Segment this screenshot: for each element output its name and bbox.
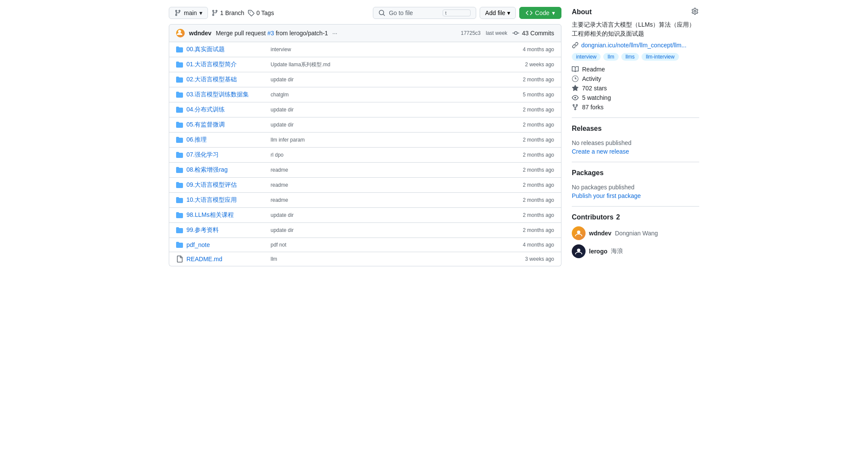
commit-author[interactable]: wdndev bbox=[189, 30, 211, 37]
stars-label: 702 stars bbox=[582, 85, 607, 92]
topic-tag[interactable]: llms bbox=[621, 53, 639, 61]
contributor-realname: 海浪 bbox=[611, 247, 623, 255]
file-commit: chatglm bbox=[271, 92, 460, 98]
code-button[interactable]: Code ▾ bbox=[519, 7, 561, 19]
commit-time: last week bbox=[486, 30, 507, 36]
topic-tags: interviewllmllmsllm-interview bbox=[572, 53, 699, 61]
file-name[interactable]: 09.大语言模型评估 bbox=[176, 181, 271, 189]
commit-author-avatar bbox=[176, 29, 185, 37]
file-name[interactable]: 98.LLMs相关课程 bbox=[176, 211, 271, 219]
topic-tag[interactable]: llm bbox=[603, 53, 618, 61]
file-commit: update dir bbox=[271, 122, 460, 128]
commit-dots[interactable]: ··· bbox=[332, 30, 338, 37]
file-commit: llm bbox=[271, 256, 460, 262]
file-name[interactable]: 05.有监督微调 bbox=[176, 121, 271, 129]
file-commit: update dir bbox=[271, 77, 460, 83]
tags-count[interactable]: 0 Tags bbox=[248, 9, 274, 16]
commits-count: 43 Commits bbox=[522, 30, 554, 37]
watching-stat[interactable]: 5 watching bbox=[572, 94, 699, 101]
folder-icon bbox=[176, 182, 183, 188]
repo-content: main ▾ 1 Branch 0 Tags Go to file t Add … bbox=[169, 7, 561, 266]
commit-pr-link[interactable]: #3 bbox=[267, 30, 274, 37]
contributor-username: lerogo bbox=[589, 248, 608, 255]
topic-tag[interactable]: interview bbox=[572, 53, 601, 61]
about-link-text: dongnian.icu/note/llm/llm_concept/llm... bbox=[581, 42, 686, 49]
tags-label: 0 Tags bbox=[256, 9, 274, 16]
releases-section: Releases No releases published Create a … bbox=[572, 125, 699, 162]
branches-count[interactable]: 1 Branch bbox=[211, 9, 244, 16]
contributor-row[interactable]: wdndev Dongnian Wang bbox=[572, 226, 699, 240]
contributor-username: wdndev bbox=[589, 230, 611, 237]
commits-link[interactable]: 43 Commits bbox=[512, 30, 554, 37]
commits-icon bbox=[512, 30, 519, 37]
file-name[interactable]: README.md bbox=[176, 256, 271, 262]
file-name[interactable]: 02.大语言模型基础 bbox=[176, 76, 271, 83]
table-row: 03.语言模型训练数据集 chatglm 5 months ago bbox=[169, 87, 561, 102]
folder-icon bbox=[176, 151, 183, 158]
file-name[interactable]: 99.参考资料 bbox=[176, 226, 271, 234]
table-row: 10.大语言模型应用 readme 2 months ago bbox=[169, 193, 561, 208]
file-name[interactable]: 08.检索增强rag bbox=[176, 166, 271, 174]
activity-label: Activity bbox=[582, 75, 601, 82]
folder-icon bbox=[176, 91, 183, 98]
branch-selector[interactable]: main ▾ bbox=[169, 7, 208, 19]
sidebar: About 主要记录大语言大模型（LLMs）算法（应用）工程师相关的知识及面试题… bbox=[572, 7, 699, 266]
publish-package-link[interactable]: Publish your first package bbox=[572, 192, 641, 199]
activity-icon bbox=[572, 75, 579, 82]
topic-tag[interactable]: llm-interview bbox=[642, 53, 679, 61]
goto-file-search[interactable]: Go to file t bbox=[373, 7, 476, 19]
file-name[interactable]: pdf_note bbox=[176, 241, 271, 248]
about-header: About bbox=[572, 7, 699, 17]
file-commit: Update llama系列模型.md bbox=[271, 61, 460, 68]
file-name[interactable]: 00.真实面试题 bbox=[176, 46, 271, 53]
file-name[interactable]: 10.大语言模型应用 bbox=[176, 196, 271, 204]
folder-icon bbox=[176, 227, 183, 234]
contributor-row[interactable]: lerogo 海浪 bbox=[572, 244, 699, 258]
branches-icon bbox=[211, 9, 218, 16]
file-time: 2 months ago bbox=[460, 167, 555, 173]
file-commit: update dir bbox=[271, 107, 460, 113]
table-row: 09.大语言模型评估 readme 2 months ago bbox=[169, 178, 561, 193]
about-description: 主要记录大语言大模型（LLMs）算法（应用）工程师相关的知识及面试题 bbox=[572, 20, 699, 38]
svg-point-2 bbox=[577, 249, 580, 252]
file-commit: pdf not bbox=[271, 242, 460, 248]
table-row: 06.推理 llm infer param 2 months ago bbox=[169, 133, 561, 148]
add-file-label: Add file bbox=[485, 9, 505, 16]
fork-icon bbox=[572, 104, 579, 111]
contributor-avatar bbox=[572, 244, 586, 258]
settings-button[interactable] bbox=[691, 7, 699, 17]
search-icon bbox=[378, 9, 385, 16]
file-name[interactable]: 03.语言模型训练数据集 bbox=[176, 91, 271, 99]
search-shortcut: t bbox=[443, 9, 471, 16]
commit-message: Merge pull request #3 from lerogo/patch-… bbox=[216, 30, 328, 37]
readme-stat[interactable]: Readme bbox=[572, 66, 699, 73]
file-table: 00.真实面试题 interview 4 months ago 01.大语言模型… bbox=[169, 42, 561, 266]
table-row: README.md llm 3 weeks ago bbox=[169, 252, 561, 266]
file-name[interactable]: 01.大语言模型简介 bbox=[176, 61, 271, 68]
readme-label: Readme bbox=[582, 66, 605, 73]
folder-icon bbox=[176, 76, 183, 83]
create-release-link[interactable]: Create a new release bbox=[572, 148, 629, 155]
forks-stat[interactable]: 87 forks bbox=[572, 104, 699, 111]
folder-icon bbox=[176, 61, 183, 68]
table-row: 02.大语言模型基础 update dir 2 months ago bbox=[169, 72, 561, 87]
link-icon bbox=[572, 42, 579, 49]
activity-stat[interactable]: Activity bbox=[572, 75, 699, 82]
file-commit: readme bbox=[271, 182, 460, 188]
file-name[interactable]: 06.推理 bbox=[176, 136, 271, 144]
folder-icon bbox=[176, 46, 183, 53]
about-section: About 主要记录大语言大模型（LLMs）算法（应用）工程师相关的知识及面试题… bbox=[572, 7, 699, 118]
branch-name: main bbox=[184, 9, 197, 16]
file-name[interactable]: 07.强化学习 bbox=[176, 151, 271, 159]
stars-stat[interactable]: 702 stars bbox=[572, 85, 699, 92]
file-time: 2 months ago bbox=[460, 212, 555, 218]
about-link[interactable]: dongnian.icu/note/llm/llm_concept/llm... bbox=[572, 42, 699, 49]
file-commit: update dir bbox=[271, 212, 460, 218]
file-name[interactable]: 04.分布式训练 bbox=[176, 106, 271, 114]
file-commit: interview bbox=[271, 46, 460, 52]
search-placeholder: Go to file bbox=[389, 9, 413, 16]
file-commit: readme bbox=[271, 167, 460, 173]
folder-icon bbox=[176, 167, 183, 173]
table-row: 99.参考资料 update dir 2 months ago bbox=[169, 223, 561, 238]
add-file-button[interactable]: Add file ▾ bbox=[480, 7, 516, 19]
